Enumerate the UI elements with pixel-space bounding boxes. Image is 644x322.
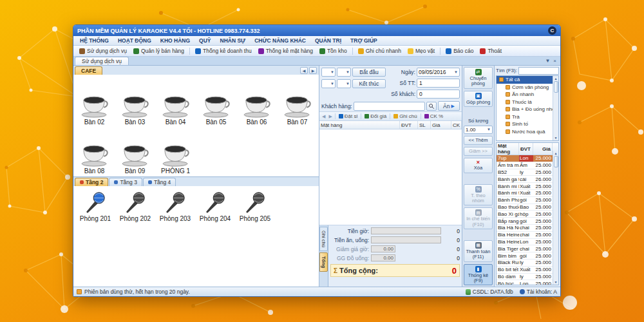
order-tool-2[interactable]: Ghi chú — [392, 113, 419, 119]
item-row[interactable]: Bánh mì kẹp thịt lợn hun khóiXuất25.000 — [497, 183, 558, 190]
item-row[interactable]: Bao Xì gà 2hộp25.000 — [497, 211, 558, 218]
item-row[interactable]: Bia Hà Nộichai25.000 — [497, 225, 558, 232]
item-row[interactable]: Bánh ga tô 2cái26.000 — [497, 176, 558, 183]
karaoke-room-1[interactable]: Phòng 202 — [115, 190, 155, 222]
end-minute-combo[interactable]: ▼ — [337, 79, 351, 88]
pin-panel-icon[interactable]: ▼ — [545, 58, 550, 64]
item-row[interactable]: Bò húcLon25.000 — [497, 280, 558, 285]
quantity-combo[interactable]: 1.00 ▼ — [464, 126, 493, 134]
toolbar-items-chart-button[interactable]: Thống kê mặt hàng — [255, 47, 316, 55]
tab-floor-1[interactable]: Tầng 3 — [109, 178, 142, 186]
window-logo-badge[interactable]: C — [548, 26, 556, 35]
customer-search-button[interactable] — [426, 102, 437, 111]
item-row[interactable]: Ấm trà mạnẤm25.000 — [497, 162, 558, 169]
item-row[interactable]: Black Russianly25.000 — [497, 260, 558, 267]
scroll-down-icon[interactable]: ▼ — [554, 279, 558, 285]
menu-item-4[interactable]: NHÂN SỰ — [216, 37, 250, 44]
karaoke-room-4[interactable]: Phòng 205 — [235, 190, 275, 222]
item-row[interactable]: Bắp rang bơgói25.000 — [497, 218, 558, 225]
scroll-right-icon[interactable]: ▶ — [309, 67, 317, 74]
tab-cafe[interactable]: CAFE — [75, 66, 102, 75]
room-table-5[interactable]: Bàn 07 — [277, 77, 317, 126]
menu-item-0[interactable]: HỆ THỐNG — [76, 37, 113, 44]
start-minute-combo[interactable]: ▼ — [337, 68, 351, 77]
item-row[interactable]: Bò bít tếtXuất25.000 — [497, 267, 558, 274]
order-tool-1[interactable]: Đổi giá — [363, 113, 388, 119]
karaoke-room-3[interactable]: Phòng 204 — [195, 190, 235, 222]
toolbar-quick-note-button[interactable]: Ghi chú nhanh — [355, 47, 404, 55]
menu-item-6[interactable]: QUẢN TRỊ — [311, 37, 345, 44]
category-item-1[interactable]: Cơm văn phòng — [497, 84, 558, 91]
menu-item-1[interactable]: HOẠT ĐỘNG — [114, 37, 155, 44]
toolbar-tips-button[interactable]: Mẹo vặt — [404, 47, 438, 55]
scroll-up-icon[interactable]: ▲ — [554, 76, 558, 81]
toolbar-inventory-button[interactable]: Tồn kho — [316, 47, 350, 55]
item-row[interactable]: Bánh Phápgói25.000 — [497, 197, 558, 204]
menu-item-7[interactable]: TRỢ GIÚP — [346, 37, 381, 44]
menu-item-3[interactable]: QUỸ — [195, 37, 214, 44]
payment-button[interactable]: ▦ Thanh toán (F11) — [464, 240, 493, 262]
tab-tong[interactable]: Tổng — [319, 252, 328, 272]
start-button[interactable]: Bắt đầu — [352, 68, 386, 77]
scroll-thumb[interactable] — [554, 156, 558, 167]
print-kitchen-button[interactable]: ▤ In chế biến (F10) — [464, 207, 493, 229]
item-row[interactable]: Bao thuốc lá KentBao25.000 — [497, 204, 558, 211]
toolbar-report-button[interactable]: Báo cáo — [442, 47, 477, 55]
toolbar-service-button[interactable]: Sử dụng dịch vụ — [76, 47, 130, 55]
tab-floor-2[interactable]: Tầng 4 — [143, 178, 176, 186]
category-item-0[interactable]: Tất cả — [497, 76, 558, 84]
room-table-1[interactable]: Bàn 03 — [115, 77, 155, 126]
scroll-down-icon[interactable]: ▼ — [554, 135, 558, 140]
decrease-item-button[interactable]: Giảm >> — [464, 147, 493, 156]
item-row[interactable]: Bia Heinekenchai25.000 — [497, 232, 558, 239]
room-table-8[interactable]: PHÒNG 1 — [155, 126, 196, 175]
tab-ghi-chu[interactable]: Ghi chú — [319, 227, 328, 251]
statistics-button[interactable]: ▮ Thống kê (F9) — [464, 264, 493, 286]
delete-item-button[interactable]: × Xóa — [464, 158, 493, 173]
eat-button[interactable]: Ăn ▶ — [438, 101, 460, 111]
toolbar-revenue-chart-button[interactable]: Thống kê doanh thu — [192, 47, 255, 55]
category-item-5[interactable]: Trà — [497, 113, 558, 121]
item-row[interactable]: Bia Tigerchai25.000 — [497, 245, 558, 252]
arrow-left-icon[interactable]: ◀ — [321, 114, 327, 119]
group-stats-button[interactable]: % T. theo nhóm — [464, 184, 493, 206]
item-row[interactable]: Bim bimgói25.000 — [497, 252, 558, 260]
tab-su-dung-dich-vu[interactable]: Sử dụng dịch vụ — [75, 57, 129, 65]
tree-scrollbar[interactable]: ▲ ▼ — [553, 76, 558, 140]
room-table-2[interactable]: Bàn 04 — [155, 77, 196, 126]
toolbar-sales-button[interactable]: Quản lý bán hàng — [130, 47, 187, 55]
item-row[interactable]: Bia Heineken lonLon25.000 — [497, 239, 558, 246]
merge-room-button[interactable]: ▣ Gộp phòng — [464, 91, 493, 107]
menu-item-5[interactable]: CHỨC NĂNG KHÁC — [251, 37, 310, 44]
karaoke-room-2[interactable]: Phòng 203 — [155, 190, 195, 222]
arrow-right-icon[interactable]: ▶ — [327, 114, 333, 119]
start-hour-combo[interactable]: ▼ — [321, 68, 336, 77]
close-tab-icon[interactable]: × — [553, 58, 556, 64]
order-tool-3[interactable]: CK % — [422, 113, 445, 119]
room-table-7[interactable]: Bàn 09 — [115, 126, 155, 175]
customer-input[interactable] — [354, 102, 425, 111]
drink-discount-pct-field[interactable]: 0.00 — [371, 254, 395, 261]
order-number-field[interactable]: 1 — [417, 79, 460, 88]
item-row[interactable]: Bánh mì trứng ốp laXuất25.000 — [497, 190, 558, 197]
category-item-7[interactable]: Nước hoa quả — [497, 128, 558, 136]
end-button[interactable]: Kết thúc — [352, 79, 386, 88]
room-table-0[interactable]: Bàn 02 — [74, 77, 115, 126]
category-item-2[interactable]: Ăn nhanh — [497, 91, 558, 99]
scroll-up-icon[interactable]: ▲ — [554, 151, 558, 156]
add-item-button[interactable]: << Thêm — [464, 136, 493, 145]
category-item-3[interactable]: Thuốc lá — [497, 99, 558, 106]
category-item-4[interactable]: Bia + Đồ uống nhẹ — [497, 106, 558, 113]
menu-item-2[interactable]: KHO HÀNG — [156, 37, 194, 44]
toolbar-exit-button[interactable]: Thoát — [477, 47, 505, 55]
title-bar[interactable]: PHẦN MỀM QUẢN LÝ KARAOKE V4.4 TỐI - HOTL… — [73, 25, 560, 36]
order-tool-0[interactable]: Đặt sl — [337, 113, 359, 119]
item-row[interactable]: 7upLon25.000 — [497, 155, 558, 162]
scroll-left-icon[interactable]: ◀ — [300, 67, 308, 74]
items-scrollbar[interactable]: ▲ ▼ — [553, 151, 558, 285]
guest-count-field[interactable]: 0 — [417, 90, 460, 99]
end-hour-combo[interactable]: ▼ — [321, 79, 336, 88]
move-room-button[interactable]: ⇄ Chuyển phòng — [464, 67, 493, 89]
tab-floor-0[interactable]: Tầng 2 — [75, 178, 108, 186]
item-row[interactable]: B52ly25.000 — [497, 169, 558, 176]
